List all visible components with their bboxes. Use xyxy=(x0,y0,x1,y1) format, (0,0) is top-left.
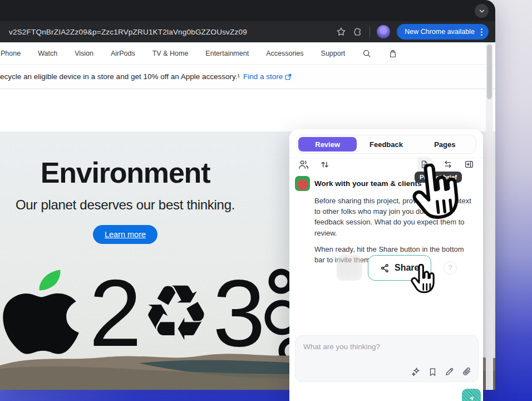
external-link-icon xyxy=(285,74,292,80)
find-store-link[interactable]: Find a store xyxy=(243,72,292,81)
message-title: Work with your team & clients xyxy=(314,179,422,188)
scrollbar-thumb[interactable] xyxy=(487,45,492,99)
chevron-down-icon xyxy=(479,8,485,14)
promo-banner: ecycle an eligible device in a store and… xyxy=(0,65,495,89)
composer-input[interactable] xyxy=(295,336,478,366)
search-icon[interactable] xyxy=(362,49,371,58)
page-title: Environment xyxy=(0,156,250,189)
send-button[interactable] xyxy=(462,389,481,401)
kebab-menu-icon[interactable] xyxy=(479,28,484,36)
learn-more-button[interactable]: Learn more xyxy=(93,225,157,244)
browser-scrollbar[interactable] xyxy=(486,42,493,390)
bookmark-icon[interactable] xyxy=(428,367,437,376)
share-icon xyxy=(380,263,390,273)
chrome-update-button[interactable]: New Chrome available xyxy=(397,24,489,40)
apple-nav: Phone Watch Vision AirPods TV & Home Ent… xyxy=(0,42,495,65)
chrome-update-label: New Chrome available xyxy=(405,28,475,36)
pencil-icon[interactable] xyxy=(445,367,454,376)
paperclip-icon[interactable] xyxy=(462,367,471,376)
share-row: Share ? xyxy=(289,255,483,281)
leaf-icon xyxy=(40,270,61,290)
help-button[interactable]: ? xyxy=(444,261,457,275)
shopping-bag-icon[interactable] xyxy=(388,49,397,58)
nav-item-iphone[interactable]: Phone xyxy=(1,50,21,57)
profile-avatar[interactable] xyxy=(377,25,390,38)
url-text[interactable]: v2S2FTQnBrZIA2Zz09&p=Zzc1RVpZRU1KT2laVng… xyxy=(9,28,329,36)
desktop: v2S2FTQnBrZIA2Zz09&p=Zzc1RVpZRU1KT2laVng… xyxy=(0,0,532,401)
nav-item-entertainment[interactable]: Entertainment xyxy=(205,50,249,57)
promo-text: ecycle an eligible device in a store and… xyxy=(0,72,240,81)
nav-item-watch[interactable]: Watch xyxy=(38,50,57,57)
nav-item-airpods[interactable]: AirPods xyxy=(111,50,135,57)
nav-item-vision[interactable]: Vision xyxy=(75,50,93,57)
comment-composer xyxy=(295,335,479,382)
panel-tabs: Review Feedback Pages xyxy=(296,135,476,154)
nav-item-support[interactable]: Support xyxy=(321,50,346,57)
toolbar-divider xyxy=(370,27,370,37)
composer-toolbar xyxy=(411,367,471,376)
nav-item-tv-home[interactable]: TV & Home xyxy=(152,50,189,57)
participants-icon[interactable] xyxy=(298,159,309,170)
window-collapse-button[interactable] xyxy=(475,4,489,18)
ai-sparkle-icon[interactable] xyxy=(411,367,421,376)
bot-avatar xyxy=(295,176,310,191)
hero-copy: Environment Our planet deserves our best… xyxy=(0,156,250,244)
recycle-symbol-icon: ♻ xyxy=(142,275,211,351)
browser-titlebar xyxy=(0,0,495,21)
browser-urlbar: v2S2FTQnBrZIA2Zz09&p=Zzc1RVpZRU1KT2laVng… xyxy=(0,21,495,42)
find-store-label: Find a store xyxy=(243,72,283,81)
tab-review[interactable]: Review xyxy=(298,137,357,151)
hand-cursor-small xyxy=(410,264,436,297)
hand-cursor-large xyxy=(407,161,464,229)
ghost-avatar xyxy=(337,255,362,281)
paper-plane-icon xyxy=(467,394,476,401)
collapse-panel-icon[interactable] xyxy=(464,159,474,169)
tab-pages[interactable]: Pages xyxy=(416,137,474,151)
bookmark-star-icon[interactable] xyxy=(336,27,346,37)
hero-subtitle: Our planet deserves our best thinking. xyxy=(0,197,250,213)
sort-icon[interactable] xyxy=(320,160,329,169)
nav-item-accessories[interactable]: Accessories xyxy=(266,50,303,57)
extensions-puzzle-icon[interactable] xyxy=(353,27,363,37)
tab-feedback[interactable]: Feedback xyxy=(357,137,415,151)
